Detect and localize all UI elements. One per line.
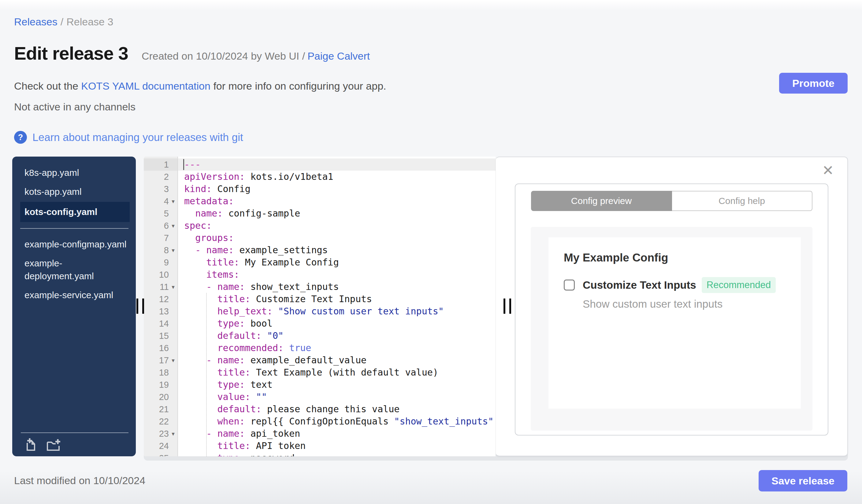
fold-arrow-icon[interactable]: ▾ xyxy=(169,358,178,363)
yaml-editor: 1234▾56▾78▾91011▾121314151617▾1819202122… xyxy=(144,157,496,456)
fold-arrow-icon[interactable]: ▾ xyxy=(169,284,178,290)
code-line-13: help_text: "Show custom user text inputs… xyxy=(184,305,496,317)
code-line-1: --- xyxy=(178,158,496,171)
gutter-line-15: 15 xyxy=(144,330,178,342)
code-line-4: metadata: xyxy=(184,195,496,207)
preview-tabs: Config previewConfig help xyxy=(531,191,812,211)
new-file-icon[interactable] xyxy=(24,438,38,452)
fold-arrow-icon[interactable]: ▾ xyxy=(169,431,178,437)
line-number: 15 xyxy=(159,331,169,341)
sidebar-editor-split-handle[interactable] xyxy=(136,299,144,314)
fold-arrow-icon[interactable]: ▾ xyxy=(169,248,178,253)
close-icon[interactable]: ✕ xyxy=(822,163,834,177)
new-folder-icon[interactable] xyxy=(47,438,61,452)
code-line-17: - name: example_default_value xyxy=(184,354,496,367)
code-line-23: - name: api_token xyxy=(184,427,496,440)
line-number: 6 xyxy=(164,221,169,231)
gutter-line-4: 4▾ xyxy=(144,195,178,207)
gutter-line-21: 21 xyxy=(144,403,178,415)
gutter-line-23: 23▾ xyxy=(144,427,178,440)
sidebar-actions xyxy=(12,433,136,456)
code-lines: ---apiVersion: kots.io/v1beta1kind: Conf… xyxy=(184,158,496,456)
created-text: Created on 10/10/2024 by Web UI / xyxy=(142,50,305,62)
sidebar-file-example-deployment.yaml[interactable]: example-deployment.yaml xyxy=(12,254,136,286)
git-help-row: ? Learn about managing your releases wit… xyxy=(14,131,243,144)
edit-release-page: Releases/Release 3 Edit release 3 Create… xyxy=(0,0,862,504)
line-number: 14 xyxy=(159,319,169,329)
line-number: 7 xyxy=(164,233,169,243)
page-title: Edit release 3 xyxy=(14,43,128,64)
config-card: My Example Config Customize Text Inputs … xyxy=(548,237,801,409)
code-line-7: groups: xyxy=(184,232,496,244)
line-number: 2 xyxy=(164,172,169,182)
line-number: 17 xyxy=(159,355,169,366)
gutter-line-3: 3 xyxy=(144,183,178,195)
tab-config-preview[interactable]: Config preview xyxy=(531,191,672,211)
code-line-21: default: please change this value xyxy=(184,403,496,415)
line-number: 13 xyxy=(159,306,169,317)
file-list-primary: k8s-app.yamlkots-app.yamlkots-config.yam… xyxy=(12,157,136,223)
editor-preview-split-handle[interactable] xyxy=(504,299,511,314)
gutter-line-13: 13 xyxy=(144,305,178,317)
line-number: 12 xyxy=(159,294,169,304)
sidebar-file-kots-config.yaml[interactable]: kots-config.yaml xyxy=(20,202,130,222)
config-preview-pane: ✕ Config previewConfig help My Example C… xyxy=(496,157,848,456)
code-line-24: title: API token xyxy=(184,440,496,452)
code-line-9: title: My Example Config xyxy=(184,256,496,268)
line-number: 16 xyxy=(159,343,169,353)
sidebar-file-example-configmap.yaml[interactable]: example-configmap.yaml xyxy=(12,235,136,254)
gutter-line-20: 20 xyxy=(144,391,178,403)
code-line-10: items: xyxy=(184,268,496,281)
workspace: k8s-app.yamlkots-app.yamlkots-config.yam… xyxy=(12,157,848,457)
editor-code-area[interactable]: ---apiVersion: kots.io/v1beta1kind: Conf… xyxy=(178,157,496,456)
line-number: 24 xyxy=(159,441,169,451)
line-number: 4 xyxy=(164,196,169,207)
gutter-line-18: 18 xyxy=(144,367,178,379)
sidebar-spacer xyxy=(12,305,136,433)
gutter-line-9: 9 xyxy=(144,256,178,268)
file-list-examples: example-configmap.yamlexample-deployment… xyxy=(12,230,136,305)
code-line-6: spec: xyxy=(184,220,496,232)
kots-yaml-doc-link[interactable]: KOTS YAML documentation xyxy=(81,80,210,92)
created-meta: Created on 10/10/2024 by Web UI /Paige C… xyxy=(142,50,370,62)
line-number: 10 xyxy=(159,270,169,280)
line-number: 21 xyxy=(159,404,169,414)
code-line-20: value: "" xyxy=(184,391,496,403)
doc-hint: Check out the KOTS YAML documentation fo… xyxy=(14,80,386,92)
gutter-line-5: 5 xyxy=(144,207,178,220)
customize-text-inputs-checkbox[interactable] xyxy=(564,279,575,291)
gutter-line-1: 1 xyxy=(144,158,178,171)
code-line-2: apiVersion: kots.io/v1beta1 xyxy=(184,171,496,183)
gutter-line-12: 12 xyxy=(144,293,178,305)
config-item-row: Customize Text Inputs Recommended xyxy=(564,277,785,293)
code-line-8: - name: example_settings xyxy=(184,244,496,256)
save-release-button[interactable]: Save release xyxy=(759,470,847,491)
code-line-19: type: text xyxy=(184,379,496,391)
sidebar-file-k8s-app.yaml[interactable]: k8s-app.yaml xyxy=(12,163,136,182)
gutter-line-8: 8▾ xyxy=(144,244,178,256)
gutter-line-11: 11▾ xyxy=(144,281,178,293)
file-sidebar: k8s-app.yamlkots-app.yamlkots-config.yam… xyxy=(12,157,136,456)
line-number: 3 xyxy=(164,184,169,194)
code-line-25: type: password xyxy=(184,452,496,456)
gutter-line-17: 17▾ xyxy=(144,354,178,367)
git-releases-link[interactable]: Learn about managing your releases with … xyxy=(32,131,243,143)
breadcrumb-separator: / xyxy=(61,16,63,27)
preview-content-area: My Example Config Customize Text Inputs … xyxy=(531,227,812,430)
sidebar-file-example-service.yaml[interactable]: example-service.yaml xyxy=(12,286,136,305)
fold-arrow-icon[interactable]: ▾ xyxy=(169,223,178,229)
fold-arrow-icon[interactable]: ▾ xyxy=(169,198,178,204)
tab-config-help[interactable]: Config help xyxy=(672,191,812,211)
created-author-link[interactable]: Paige Calvert xyxy=(308,50,370,62)
code-line-18: title: Text Example (with default value) xyxy=(184,367,496,379)
breadcrumb-current: Release 3 xyxy=(66,16,113,27)
code-line-12: title: Customize Text Inputs xyxy=(184,293,496,305)
gutter-line-6: 6▾ xyxy=(144,220,178,232)
line-number: 5 xyxy=(164,209,169,219)
line-number: 25 xyxy=(159,453,169,456)
promote-button[interactable]: Promote xyxy=(779,73,848,94)
line-number: 9 xyxy=(164,257,169,268)
help-circle-icon: ? xyxy=(14,131,27,144)
sidebar-file-kots-app.yaml[interactable]: kots-app.yaml xyxy=(12,182,136,201)
breadcrumb-releases-link[interactable]: Releases xyxy=(14,16,57,27)
